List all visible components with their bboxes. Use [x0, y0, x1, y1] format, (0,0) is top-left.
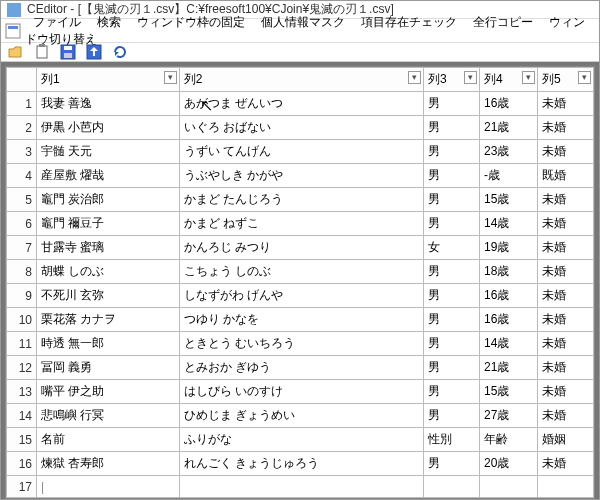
cell[interactable]: 27歳 — [479, 404, 537, 428]
row-number[interactable]: 7 — [7, 236, 37, 260]
cell[interactable]: 煉獄 杏寿郎 — [37, 452, 180, 476]
cell[interactable]: 21歳 — [479, 356, 537, 380]
cell[interactable]: 未婚 — [538, 236, 594, 260]
menu-0[interactable]: ファイル — [25, 13, 89, 31]
cell[interactable]: 我妻 善逸 — [37, 92, 180, 116]
row-number[interactable]: 3 — [7, 140, 37, 164]
row-number[interactable]: 13 — [7, 380, 37, 404]
row-number[interactable]: 4 — [7, 164, 37, 188]
cell[interactable]: 産屋敷 燿哉 — [37, 164, 180, 188]
cell[interactable]: 未婚 — [538, 356, 594, 380]
cell[interactable] — [424, 476, 480, 498]
cell[interactable]: 未婚 — [538, 92, 594, 116]
column-header-3[interactable]: 列3▾ — [424, 68, 480, 92]
open-file-button[interactable] — [7, 43, 25, 61]
system-menu-icon[interactable] — [5, 23, 21, 39]
cell[interactable]: 男 — [424, 188, 480, 212]
cell[interactable]: かんろじ みつり — [179, 236, 423, 260]
cell[interactable]: ふりがな — [179, 428, 423, 452]
row-number[interactable]: 10 — [7, 308, 37, 332]
menu-1[interactable]: 検索 — [89, 13, 129, 31]
row-number[interactable]: 5 — [7, 188, 37, 212]
cell[interactable]: 16歳 — [479, 284, 537, 308]
cell[interactable]: 時透 無一郎 — [37, 332, 180, 356]
cell[interactable]: しなずがわ げんや — [179, 284, 423, 308]
cell[interactable]: 嘴平 伊之助 — [37, 380, 180, 404]
cell[interactable]: うぶやしき かがや — [179, 164, 423, 188]
cell[interactable]: 男 — [424, 356, 480, 380]
cell[interactable]: 未婚 — [538, 140, 594, 164]
column-dropdown-icon[interactable]: ▾ — [464, 71, 477, 84]
cell[interactable]: 未婚 — [538, 332, 594, 356]
cell[interactable]: | — [37, 476, 180, 498]
cell[interactable]: 婚姻 — [538, 428, 594, 452]
row-number[interactable]: 14 — [7, 404, 37, 428]
cell[interactable]: 男 — [424, 332, 480, 356]
cell[interactable]: 既婚 — [538, 164, 594, 188]
cell[interactable]: 男 — [424, 92, 480, 116]
column-dropdown-icon[interactable]: ▾ — [578, 71, 591, 84]
menu-5[interactable]: 全行コピー — [465, 13, 541, 31]
cell[interactable]: 未婚 — [538, 404, 594, 428]
cell[interactable]: 竈門 炭治郎 — [37, 188, 180, 212]
save-button[interactable] — [59, 43, 77, 61]
cell[interactable]: 男 — [424, 140, 480, 164]
cell[interactable]: 未婚 — [538, 212, 594, 236]
row-number[interactable]: 12 — [7, 356, 37, 380]
column-header-4[interactable]: 列4▾ — [479, 68, 537, 92]
cell[interactable]: 男 — [424, 116, 480, 140]
cell[interactable]: 16歳 — [479, 92, 537, 116]
cell[interactable]: 名前 — [37, 428, 180, 452]
cell[interactable]: 栗花落 カナヲ — [37, 308, 180, 332]
cell[interactable]: 不死川 玄弥 — [37, 284, 180, 308]
cell[interactable]: 未婚 — [538, 116, 594, 140]
cell[interactable]: 14歳 — [479, 332, 537, 356]
cell[interactable]: 14歳 — [479, 212, 537, 236]
column-dropdown-icon[interactable]: ▾ — [522, 71, 535, 84]
cell[interactable]: 23歳 — [479, 140, 537, 164]
cell[interactable]: 16歳 — [479, 308, 537, 332]
cell[interactable]: 冨岡 義勇 — [37, 356, 180, 380]
cell[interactable]: 男 — [424, 380, 480, 404]
cell[interactable]: れんごく きょうじゅろう — [179, 452, 423, 476]
cell[interactable]: 年齢 — [479, 428, 537, 452]
cell[interactable]: はしびら いのすけ — [179, 380, 423, 404]
cell[interactable]: 18歳 — [479, 260, 537, 284]
menu-2[interactable]: ウィンドウ枠の固定 — [129, 13, 253, 31]
cell[interactable]: 男 — [424, 212, 480, 236]
cell[interactable]: とみおか ぎゆう — [179, 356, 423, 380]
cell[interactable]: 未婚 — [538, 380, 594, 404]
cell[interactable]: 甘露寺 蜜璃 — [37, 236, 180, 260]
column-header-1[interactable]: 列1▾ — [37, 68, 180, 92]
row-number[interactable]: 16 — [7, 452, 37, 476]
menu-4[interactable]: 項目存在チェック — [353, 13, 465, 31]
cell[interactable]: 15歳 — [479, 380, 537, 404]
menu-3[interactable]: 個人情報マスク — [253, 13, 353, 31]
cell[interactable]: 未婚 — [538, 452, 594, 476]
grid-scroll[interactable]: 列1▾列2▾列3▾列4▾列5▾ 1我妻 善逸あがつま ぜんいつ男16歳未婚2伊黒… — [6, 67, 594, 498]
cell[interactable]: 男 — [424, 404, 480, 428]
cell[interactable]: 胡蝶 しのぶ — [37, 260, 180, 284]
cell[interactable] — [179, 476, 423, 498]
cell[interactable]: 竈門 禰豆子 — [37, 212, 180, 236]
row-number[interactable]: 1 — [7, 92, 37, 116]
cell[interactable]: 19歳 — [479, 236, 537, 260]
cell[interactable]: 男 — [424, 164, 480, 188]
cell[interactable]: 未婚 — [538, 284, 594, 308]
cell[interactable]: あがつま ぜんいつ — [179, 92, 423, 116]
cell[interactable] — [479, 476, 537, 498]
cell[interactable]: 20歳 — [479, 452, 537, 476]
export-button[interactable] — [85, 43, 103, 61]
cell[interactable] — [538, 476, 594, 498]
cell[interactable]: 悲鳴嶼 行冥 — [37, 404, 180, 428]
column-header-5[interactable]: 列5▾ — [538, 68, 594, 92]
column-dropdown-icon[interactable]: ▾ — [408, 71, 421, 84]
cell[interactable]: こちょう しのぶ — [179, 260, 423, 284]
cell[interactable]: つゆり かなを — [179, 308, 423, 332]
cell[interactable]: かまど たんじろう — [179, 188, 423, 212]
cell[interactable]: 宇髄 天元 — [37, 140, 180, 164]
cell[interactable]: 21歳 — [479, 116, 537, 140]
cell[interactable]: 男 — [424, 260, 480, 284]
cell[interactable]: 男 — [424, 452, 480, 476]
row-number[interactable]: 11 — [7, 332, 37, 356]
